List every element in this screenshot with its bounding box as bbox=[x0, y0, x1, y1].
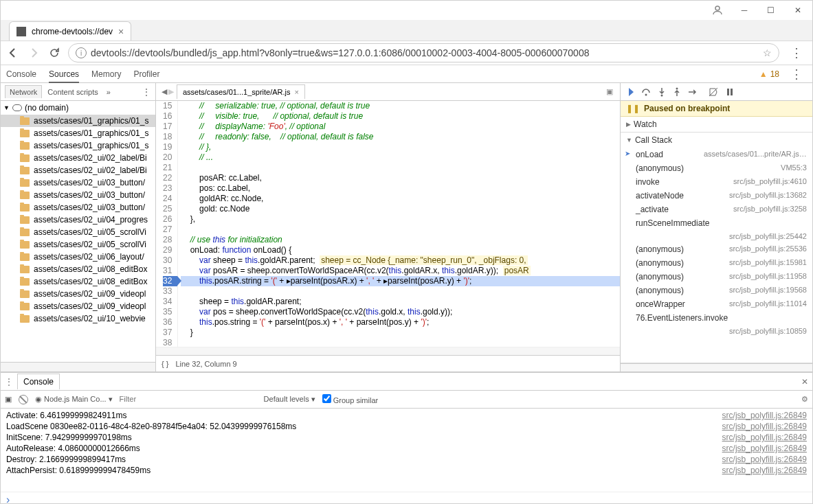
stack-frame-loc[interactable]: src/jsb_polyfill.js:10859 bbox=[621, 325, 812, 337]
tree-item[interactable]: assets/cases/02_ui/09_videopl bbox=[1, 288, 155, 300]
site-info-icon[interactable]: i bbox=[76, 47, 87, 58]
log-entry[interactable]: Destroy: 2.166999999899417mssrc/jsb_poly… bbox=[6, 454, 807, 465]
log-entry[interactable]: AttachPersist: 0.6189999999478459mssrc/j… bbox=[6, 465, 807, 476]
tab-sources[interactable]: Sources bbox=[49, 69, 79, 83]
clear-console-button[interactable] bbox=[19, 395, 28, 404]
log-entry[interactable]: AutoRelease: 4.08600000012666mssrc/jsb_p… bbox=[6, 443, 807, 454]
history-back-icon[interactable]: ◀ bbox=[162, 87, 167, 96]
file-tree[interactable]: ▼ (no domain) assets/cases/01_graphics/0… bbox=[1, 101, 155, 362]
step-into-button[interactable] bbox=[658, 87, 666, 97]
code-content[interactable]: // serializable: true, // optional, defa… bbox=[178, 101, 620, 347]
stack-frame[interactable]: runSceneImmediate bbox=[621, 216, 812, 230]
tree-item[interactable]: assets/cases/01_graphics/01_s bbox=[1, 139, 155, 152]
maximize-button[interactable]: ☐ bbox=[758, 1, 785, 20]
scrollbar-horizontal[interactable] bbox=[156, 347, 620, 355]
code-editor[interactable]: 1516171819202122232425262728293031323334… bbox=[156, 101, 620, 347]
console-exec-icon[interactable]: ▣ bbox=[5, 395, 12, 404]
url-input[interactable]: i devtools://devtools/bundled/js_app.htm… bbox=[68, 43, 779, 62]
watch-section[interactable]: ▶Watch bbox=[621, 117, 812, 133]
drawer-tab-console[interactable]: Console bbox=[17, 374, 60, 389]
tree-item[interactable]: assets/cases/02_ui/08_editBox bbox=[1, 263, 155, 275]
warnings-badge[interactable]: ▲18 bbox=[759, 69, 779, 79]
close-button[interactable]: ✕ bbox=[784, 1, 811, 20]
resume-button[interactable] bbox=[625, 87, 634, 97]
tab-memory[interactable]: Memory bbox=[91, 69, 121, 79]
tree-item[interactable]: assets/cases/02_ui/05_scrollVi bbox=[1, 238, 155, 251]
tree-item[interactable]: assets/cases/02_ui/03_button/ bbox=[1, 201, 155, 214]
minimize-button[interactable]: ─ bbox=[731, 1, 758, 20]
tab-profiler[interactable]: Profiler bbox=[133, 69, 159, 79]
nav-tab-content-scripts[interactable]: Content scripts bbox=[43, 86, 102, 98]
nav-more-tabs-icon[interactable]: » bbox=[107, 88, 111, 96]
deactivate-breakpoints-button[interactable] bbox=[709, 87, 718, 97]
stack-frame[interactable]: onLoadassets/cases/01...prite/AR.js:32 bbox=[621, 148, 812, 161]
log-level-selector[interactable]: Default levels ▾ bbox=[264, 395, 315, 404]
tree-item[interactable]: assets/cases/02_ui/04_progres bbox=[1, 214, 155, 226]
stack-frame[interactable]: onceWrappersrc/jsb_polyfill.js:11014 bbox=[621, 297, 812, 311]
tree-item[interactable]: assets/cases/02_ui/03_button/ bbox=[1, 176, 155, 189]
expand-icon[interactable]: ▼ bbox=[626, 137, 632, 144]
tree-item[interactable]: assets/cases/01_graphics/01_s bbox=[1, 115, 155, 127]
console-settings-button[interactable]: ⚙ bbox=[801, 395, 808, 404]
tab-console[interactable]: Console bbox=[6, 69, 36, 79]
pause-exceptions-button[interactable] bbox=[725, 87, 735, 97]
stack-frame[interactable]: 76.EventListeners.invoke bbox=[621, 311, 812, 325]
expand-icon[interactable]: ▼ bbox=[3, 104, 10, 111]
console-output[interactable]: Activate: 6.461999999824911mssrc/jsb_pol… bbox=[1, 409, 812, 492]
tab-close-icon[interactable]: × bbox=[295, 88, 299, 96]
collapse-icon[interactable]: ▶ bbox=[626, 121, 631, 128]
console-filter-input[interactable] bbox=[120, 395, 257, 404]
history-forward-icon[interactable]: ▶ bbox=[168, 87, 174, 96]
stack-frame[interactable]: (anonymous)src/jsb_polyfill.js:15981 bbox=[621, 256, 812, 270]
group-similar-checkbox[interactable]: Group similar bbox=[322, 394, 378, 404]
browser-tab[interactable]: chrome-devtools://dev × bbox=[9, 21, 131, 41]
nav-tab-network[interactable]: Network bbox=[5, 85, 42, 98]
console-drawer: ⋮ Console ✕ ▣ ◉ Node.js Main Co... ▾ Def… bbox=[1, 371, 812, 504]
tree-item[interactable]: assets/cases/02_ui/02_label/Bi bbox=[1, 152, 155, 164]
tree-item[interactable]: assets/cases/02_ui/06_layout/ bbox=[1, 251, 155, 263]
tree-item[interactable]: assets/cases/02_ui/09_videopl bbox=[1, 300, 155, 312]
tree-item[interactable]: assets/cases/02_ui/03_button/ bbox=[1, 189, 155, 201]
step-out-button[interactable] bbox=[673, 87, 681, 97]
tree-item[interactable]: assets/cases/02_ui/10_webvie bbox=[1, 312, 155, 325]
nav-menu-button[interactable]: ⋮ bbox=[142, 87, 151, 98]
stack-frame[interactable]: (anonymous)src/jsb_polyfill.js:11958 bbox=[621, 270, 812, 284]
tab-close-icon[interactable]: × bbox=[118, 26, 124, 37]
step-button[interactable] bbox=[688, 88, 698, 96]
bookmark-icon[interactable]: ☆ bbox=[763, 47, 772, 58]
scrollbar-horizontal[interactable] bbox=[1, 362, 155, 371]
braces-icon[interactable]: { } bbox=[162, 360, 168, 368]
tree-item[interactable]: assets/cases/01_graphics/01_s bbox=[1, 127, 155, 139]
console-prompt[interactable]: › bbox=[1, 492, 812, 504]
stack-frame[interactable]: (anonymous)src/jsb_polyfill.js:25536 bbox=[621, 242, 812, 256]
step-over-button[interactable] bbox=[641, 87, 651, 97]
tree-item[interactable]: assets/cases/02_ui/02_label/Bi bbox=[1, 164, 155, 176]
nav-reload-button[interactable] bbox=[47, 46, 61, 60]
line-gutter[interactable]: 1516171819202122232425262728293031323334… bbox=[156, 101, 178, 347]
account-icon[interactable] bbox=[704, 1, 731, 20]
stack-frame-loc[interactable]: src/jsb_polyfill.js:25442 bbox=[621, 230, 812, 242]
stack-frame[interactable]: invokesrc/jsb_polyfill.js:4610 bbox=[621, 175, 812, 189]
log-entry[interactable]: Activate: 6.461999999824911mssrc/jsb_pol… bbox=[6, 410, 807, 421]
show-navigator-icon[interactable]: ▣ bbox=[602, 87, 617, 96]
stack-frame[interactable]: (anonymous)VM55:3 bbox=[621, 161, 812, 175]
stack-frame[interactable]: activateNodesrc/jsb_polyfill.js:13682 bbox=[621, 189, 812, 203]
tree-root[interactable]: ▼ (no domain) bbox=[1, 101, 155, 115]
editor-file-tab[interactable]: assets/cases/01...1_sprite/AR.js × bbox=[177, 84, 305, 99]
drawer-menu-button[interactable]: ⋮ bbox=[5, 377, 13, 387]
log-entry[interactable]: LoadScene 0830ee82-0116-48c4-82e0-89784f… bbox=[6, 421, 807, 432]
tree-item[interactable]: assets/cases/02_ui/08_editBox bbox=[1, 275, 155, 288]
scrollbar-horizontal[interactable] bbox=[621, 363, 812, 371]
history-nav[interactable]: ◀ ▶ bbox=[159, 87, 177, 96]
svg-rect-4 bbox=[727, 89, 729, 95]
browser-menu-button[interactable]: ⋮ bbox=[786, 45, 807, 60]
devtools-menu-button[interactable]: ⋮ bbox=[786, 67, 807, 82]
drawer-close-button[interactable]: ✕ bbox=[801, 377, 808, 387]
log-entry[interactable]: InitScene: 7.942999999970198mssrc/jsb_po… bbox=[6, 432, 807, 443]
tree-item[interactable]: assets/cases/02_ui/05_scrollVi bbox=[1, 226, 155, 238]
stack-frame[interactable]: (anonymous)src/jsb_polyfill.js:19568 bbox=[621, 284, 812, 297]
folder-icon bbox=[20, 192, 30, 199]
context-selector[interactable]: ◉ Node.js Main Co... ▾ bbox=[35, 395, 113, 404]
nav-back-button[interactable] bbox=[6, 46, 20, 60]
stack-frame[interactable]: _activatesrc/jsb_polyfill.js:3258 bbox=[621, 203, 812, 216]
